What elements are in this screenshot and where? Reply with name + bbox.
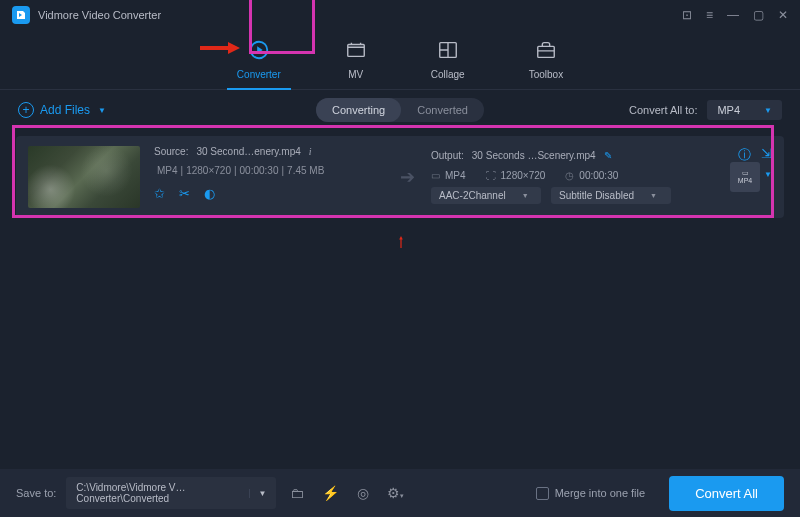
out-duration: ◷ 00:00:30: [565, 170, 618, 181]
svg-rect-1: [348, 45, 365, 57]
output-info: Output: 30 Seconds …Scenery.mp4 ✎ ⓘ ⇲ ▭ …: [431, 146, 772, 208]
maximize-icon[interactable]: ▢: [753, 8, 764, 22]
minimize-icon[interactable]: —: [727, 8, 739, 22]
save-path-select[interactable]: C:\Vidmore\Vidmore V… Converter\Converte…: [66, 477, 276, 509]
tab-toolbox[interactable]: Toolbox: [521, 30, 571, 89]
format-value: MP4: [717, 104, 740, 116]
compress-icon[interactable]: ⇲: [761, 146, 772, 164]
enhance-icon[interactable]: ◐: [204, 186, 215, 201]
feedback-icon[interactable]: ⊡: [682, 8, 692, 22]
file-item[interactable]: Source: 30 Second…enery.mp4 i MP4|1280×7…: [16, 136, 784, 218]
plus-icon: +: [18, 102, 34, 118]
toolbox-icon: [535, 39, 557, 66]
toolbar: + Add Files ▼ Converting Converted Conve…: [0, 90, 800, 130]
tab-converting[interactable]: Converting: [316, 98, 401, 122]
subtitle-select[interactable]: Subtitle Disabled▼: [551, 187, 671, 204]
add-files-button[interactable]: + Add Files ▼: [18, 102, 106, 118]
tab-converter[interactable]: Converter: [229, 30, 289, 89]
annotation-arrow: [381, 236, 421, 248]
svg-rect-3: [538, 46, 555, 57]
settings-icon[interactable]: ⚙▾: [383, 481, 408, 505]
audio-select[interactable]: AAC-2Channel▼: [431, 187, 541, 204]
app-title: Vidmore Video Converter: [38, 9, 161, 21]
tab-converted[interactable]: Converted: [401, 98, 484, 122]
chevron-down-icon: ▼: [650, 192, 657, 199]
source-filename: 30 Second…enery.mp4: [196, 146, 300, 157]
tab-collage[interactable]: Collage: [423, 30, 473, 89]
tab-label: Converter: [237, 69, 281, 80]
menu-icon[interactable]: ≡: [706, 8, 713, 22]
convert-all-to: Convert All to: MP4 ▼: [629, 100, 782, 120]
checkbox-icon: [536, 487, 549, 500]
folder-icon[interactable]: 🗀: [286, 481, 308, 505]
chevron-down-icon: ▼: [522, 192, 529, 199]
hardware-accel-icon[interactable]: ⚡: [318, 481, 343, 505]
chevron-down-icon[interactable]: ▼: [764, 170, 772, 179]
out-resolution: ⛶ 1280×720: [486, 170, 546, 181]
tab-mv[interactable]: MV: [337, 30, 375, 89]
tab-label: Toolbox: [529, 69, 563, 80]
close-icon[interactable]: ✕: [778, 8, 788, 22]
arrow-icon: ➔: [398, 146, 417, 208]
chevron-down-icon: ▼: [249, 489, 266, 498]
edit-icon[interactable]: ✎: [604, 150, 612, 161]
output-format-badge[interactable]: ▭MP4: [730, 162, 760, 192]
output-filename: 30 Seconds …Scenery.mp4: [472, 150, 596, 161]
collage-icon: [437, 39, 459, 66]
source-info: Source: 30 Second…enery.mp4 i MP4|1280×7…: [154, 146, 384, 208]
convert-all-button[interactable]: Convert All: [669, 476, 784, 511]
convert-all-label: Convert All to:: [629, 104, 697, 116]
converter-icon: [248, 39, 270, 66]
high-speed-icon[interactable]: ◎: [353, 481, 373, 505]
file-list: Source: 30 Second…enery.mp4 i MP4|1280×7…: [0, 130, 800, 224]
app-logo: [12, 6, 30, 24]
source-label: Source:: [154, 146, 188, 157]
cut-icon[interactable]: ✂: [179, 186, 190, 201]
info-icon[interactable]: i: [309, 146, 312, 157]
status-tabs: Converting Converted: [316, 98, 484, 122]
out-format: ▭ MP4: [431, 170, 466, 181]
video-thumbnail[interactable]: [28, 146, 140, 208]
add-files-label: Add Files: [40, 103, 90, 117]
tab-label: Collage: [431, 69, 465, 80]
star-icon[interactable]: ✩: [154, 186, 165, 201]
chevron-down-icon: ▼: [764, 106, 772, 115]
format-select[interactable]: MP4 ▼: [707, 100, 782, 120]
merge-checkbox[interactable]: Merge into one file: [536, 487, 646, 500]
top-nav: Converter MV Collage Toolbox: [0, 30, 800, 90]
output-label: Output:: [431, 150, 464, 161]
merge-label: Merge into one file: [555, 487, 646, 499]
titlebar: Vidmore Video Converter ⊡ ≡ — ▢ ✕: [0, 0, 800, 30]
source-meta: MP4|1280×720|00:00:30|7.45 MB: [154, 165, 384, 176]
mv-icon: [345, 39, 367, 66]
window-controls: ⊡ ≡ — ▢ ✕: [682, 8, 788, 22]
annotation-arrow: [200, 42, 240, 54]
save-to-label: Save to:: [16, 487, 56, 499]
bottom-bar: Save to: C:\Vidmore\Vidmore V… Converter…: [0, 469, 800, 517]
chevron-down-icon: ▼: [98, 106, 106, 115]
save-path-value: C:\Vidmore\Vidmore V… Converter\Converte…: [76, 482, 249, 504]
tab-label: MV: [348, 69, 363, 80]
